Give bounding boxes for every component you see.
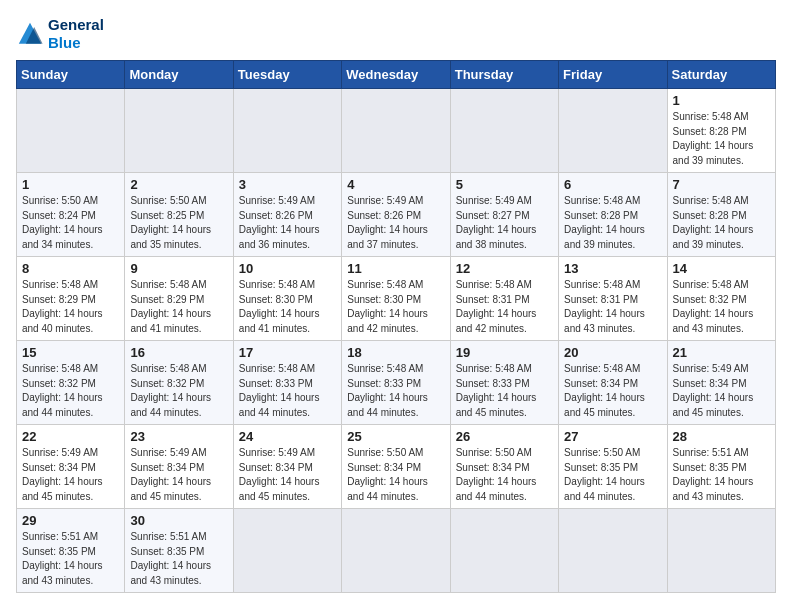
day-number: 26 [456,429,553,444]
day-number: 30 [130,513,227,528]
logo-icon [16,20,44,48]
calendar-cell: 30 Sunrise: 5:51 AMSunset: 8:35 PMDaylig… [125,509,233,593]
calendar-day-header: Sunday [17,61,125,89]
calendar-week-row: 8 Sunrise: 5:48 AMSunset: 8:29 PMDayligh… [17,257,776,341]
calendar-cell [17,89,125,173]
calendar-cell: 13 Sunrise: 5:48 AMSunset: 8:31 PMDaylig… [559,257,667,341]
day-info: Sunrise: 5:50 AMSunset: 8:24 PMDaylight:… [22,195,103,250]
calendar-cell: 23 Sunrise: 5:49 AMSunset: 8:34 PMDaylig… [125,425,233,509]
calendar-body: 1 Sunrise: 5:48 AMSunset: 8:28 PMDayligh… [17,89,776,593]
calendar-cell: 3 Sunrise: 5:49 AMSunset: 8:26 PMDayligh… [233,173,341,257]
day-number: 15 [22,345,119,360]
calendar-cell: 5 Sunrise: 5:49 AMSunset: 8:27 PMDayligh… [450,173,558,257]
day-info: Sunrise: 5:48 AMSunset: 8:32 PMDaylight:… [673,279,754,334]
day-info: Sunrise: 5:50 AMSunset: 8:34 PMDaylight:… [456,447,537,502]
day-number: 21 [673,345,770,360]
day-number: 28 [673,429,770,444]
calendar-cell [559,89,667,173]
calendar-cell: 1 Sunrise: 5:48 AMSunset: 8:28 PMDayligh… [667,89,775,173]
day-number: 11 [347,261,444,276]
calendar-cell [667,509,775,593]
calendar-cell [342,89,450,173]
day-info: Sunrise: 5:50 AMSunset: 8:25 PMDaylight:… [130,195,211,250]
calendar-cell: 19 Sunrise: 5:48 AMSunset: 8:33 PMDaylig… [450,341,558,425]
day-number: 2 [130,177,227,192]
calendar-cell: 20 Sunrise: 5:48 AMSunset: 8:34 PMDaylig… [559,341,667,425]
calendar-cell: 27 Sunrise: 5:50 AMSunset: 8:35 PMDaylig… [559,425,667,509]
day-info: Sunrise: 5:48 AMSunset: 8:34 PMDaylight:… [564,363,645,418]
day-number: 10 [239,261,336,276]
page-header: General Blue [16,16,776,52]
day-info: Sunrise: 5:49 AMSunset: 8:34 PMDaylight:… [673,363,754,418]
day-info: Sunrise: 5:49 AMSunset: 8:34 PMDaylight:… [22,447,103,502]
calendar-cell: 6 Sunrise: 5:48 AMSunset: 8:28 PMDayligh… [559,173,667,257]
day-number: 20 [564,345,661,360]
day-info: Sunrise: 5:48 AMSunset: 8:33 PMDaylight:… [239,363,320,418]
day-number: 16 [130,345,227,360]
logo-text: General Blue [48,16,104,52]
day-info: Sunrise: 5:49 AMSunset: 8:26 PMDaylight:… [347,195,428,250]
day-info: Sunrise: 5:51 AMSunset: 8:35 PMDaylight:… [130,531,211,586]
calendar-day-header: Saturday [667,61,775,89]
calendar-cell: 16 Sunrise: 5:48 AMSunset: 8:32 PMDaylig… [125,341,233,425]
day-info: Sunrise: 5:49 AMSunset: 8:26 PMDaylight:… [239,195,320,250]
day-info: Sunrise: 5:48 AMSunset: 8:30 PMDaylight:… [347,279,428,334]
calendar-cell: 22 Sunrise: 5:49 AMSunset: 8:34 PMDaylig… [17,425,125,509]
day-number: 24 [239,429,336,444]
day-info: Sunrise: 5:48 AMSunset: 8:33 PMDaylight:… [456,363,537,418]
calendar-day-header: Thursday [450,61,558,89]
calendar-cell: 2 Sunrise: 5:50 AMSunset: 8:25 PMDayligh… [125,173,233,257]
calendar-week-row: 22 Sunrise: 5:49 AMSunset: 8:34 PMDaylig… [17,425,776,509]
day-number: 5 [456,177,553,192]
day-info: Sunrise: 5:48 AMSunset: 8:28 PMDaylight:… [673,195,754,250]
calendar-cell: 10 Sunrise: 5:48 AMSunset: 8:30 PMDaylig… [233,257,341,341]
calendar-cell: 4 Sunrise: 5:49 AMSunset: 8:26 PMDayligh… [342,173,450,257]
day-number: 7 [673,177,770,192]
calendar-cell: 15 Sunrise: 5:48 AMSunset: 8:32 PMDaylig… [17,341,125,425]
day-number: 6 [564,177,661,192]
day-number: 3 [239,177,336,192]
calendar-cell [450,89,558,173]
calendar-cell: 29 Sunrise: 5:51 AMSunset: 8:35 PMDaylig… [17,509,125,593]
logo: General Blue [16,16,104,52]
day-info: Sunrise: 5:48 AMSunset: 8:31 PMDaylight:… [564,279,645,334]
day-info: Sunrise: 5:48 AMSunset: 8:29 PMDaylight:… [130,279,211,334]
calendar-cell: 1 Sunrise: 5:50 AMSunset: 8:24 PMDayligh… [17,173,125,257]
calendar-cell [233,89,341,173]
calendar-week-row: 29 Sunrise: 5:51 AMSunset: 8:35 PMDaylig… [17,509,776,593]
day-info: Sunrise: 5:51 AMSunset: 8:35 PMDaylight:… [22,531,103,586]
calendar-day-header: Tuesday [233,61,341,89]
day-number: 14 [673,261,770,276]
day-number: 4 [347,177,444,192]
day-number: 1 [22,177,119,192]
day-info: Sunrise: 5:48 AMSunset: 8:33 PMDaylight:… [347,363,428,418]
calendar-cell: 12 Sunrise: 5:48 AMSunset: 8:31 PMDaylig… [450,257,558,341]
calendar-week-row: 15 Sunrise: 5:48 AMSunset: 8:32 PMDaylig… [17,341,776,425]
calendar-cell: 28 Sunrise: 5:51 AMSunset: 8:35 PMDaylig… [667,425,775,509]
day-number: 8 [22,261,119,276]
calendar-cell: 11 Sunrise: 5:48 AMSunset: 8:30 PMDaylig… [342,257,450,341]
day-info: Sunrise: 5:48 AMSunset: 8:30 PMDaylight:… [239,279,320,334]
day-info: Sunrise: 5:48 AMSunset: 8:28 PMDaylight:… [673,111,754,166]
calendar-cell: 18 Sunrise: 5:48 AMSunset: 8:33 PMDaylig… [342,341,450,425]
day-number: 17 [239,345,336,360]
calendar-week-row: 1 Sunrise: 5:48 AMSunset: 8:28 PMDayligh… [17,89,776,173]
day-info: Sunrise: 5:50 AMSunset: 8:35 PMDaylight:… [564,447,645,502]
calendar-cell: 26 Sunrise: 5:50 AMSunset: 8:34 PMDaylig… [450,425,558,509]
calendar-cell [450,509,558,593]
day-info: Sunrise: 5:48 AMSunset: 8:32 PMDaylight:… [22,363,103,418]
calendar-header: SundayMondayTuesdayWednesdayThursdayFrid… [17,61,776,89]
calendar-cell [233,509,341,593]
calendar-cell: 21 Sunrise: 5:49 AMSunset: 8:34 PMDaylig… [667,341,775,425]
calendar-cell: 24 Sunrise: 5:49 AMSunset: 8:34 PMDaylig… [233,425,341,509]
day-info: Sunrise: 5:48 AMSunset: 8:31 PMDaylight:… [456,279,537,334]
day-info: Sunrise: 5:48 AMSunset: 8:32 PMDaylight:… [130,363,211,418]
calendar-cell: 9 Sunrise: 5:48 AMSunset: 8:29 PMDayligh… [125,257,233,341]
day-number: 23 [130,429,227,444]
calendar-week-row: 1 Sunrise: 5:50 AMSunset: 8:24 PMDayligh… [17,173,776,257]
day-number: 19 [456,345,553,360]
day-number: 18 [347,345,444,360]
day-number: 9 [130,261,227,276]
day-info: Sunrise: 5:49 AMSunset: 8:34 PMDaylight:… [239,447,320,502]
calendar-day-header: Friday [559,61,667,89]
